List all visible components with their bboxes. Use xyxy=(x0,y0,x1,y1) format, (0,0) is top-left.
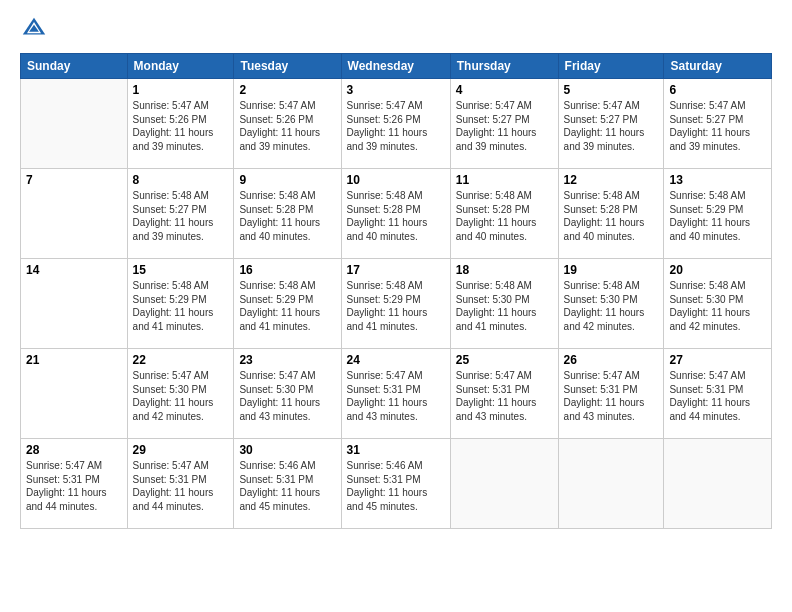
table-cell: 11Sunrise: 5:48 AMSunset: 5:28 PMDayligh… xyxy=(450,169,558,259)
day-number: 13 xyxy=(669,173,766,187)
table-cell: 4Sunrise: 5:47 AMSunset: 5:27 PMDaylight… xyxy=(450,79,558,169)
table-row: 1415Sunrise: 5:48 AMSunset: 5:29 PMDayli… xyxy=(21,259,772,349)
col-friday: Friday xyxy=(558,54,664,79)
table-cell: 27Sunrise: 5:47 AMSunset: 5:31 PMDayligh… xyxy=(664,349,772,439)
table-cell: 1Sunrise: 5:47 AMSunset: 5:26 PMDaylight… xyxy=(127,79,234,169)
col-sunday: Sunday xyxy=(21,54,128,79)
cell-info: Sunrise: 5:47 AMSunset: 5:31 PMDaylight:… xyxy=(347,369,445,423)
table-cell: 6Sunrise: 5:47 AMSunset: 5:27 PMDaylight… xyxy=(664,79,772,169)
table-cell: 29Sunrise: 5:47 AMSunset: 5:31 PMDayligh… xyxy=(127,439,234,529)
table-cell xyxy=(664,439,772,529)
day-number: 17 xyxy=(347,263,445,277)
cell-info: Sunrise: 5:48 AMSunset: 5:29 PMDaylight:… xyxy=(239,279,335,333)
day-number: 3 xyxy=(347,83,445,97)
table-cell: 2Sunrise: 5:47 AMSunset: 5:26 PMDaylight… xyxy=(234,79,341,169)
cell-info: Sunrise: 5:47 AMSunset: 5:31 PMDaylight:… xyxy=(564,369,659,423)
table-cell: 10Sunrise: 5:48 AMSunset: 5:28 PMDayligh… xyxy=(341,169,450,259)
cell-info: Sunrise: 5:46 AMSunset: 5:31 PMDaylight:… xyxy=(347,459,445,513)
cell-info: Sunrise: 5:47 AMSunset: 5:27 PMDaylight:… xyxy=(669,99,766,153)
table-cell: 3Sunrise: 5:47 AMSunset: 5:26 PMDaylight… xyxy=(341,79,450,169)
day-number: 24 xyxy=(347,353,445,367)
cell-info: Sunrise: 5:48 AMSunset: 5:29 PMDaylight:… xyxy=(347,279,445,333)
day-number: 19 xyxy=(564,263,659,277)
cell-info: Sunrise: 5:47 AMSunset: 5:31 PMDaylight:… xyxy=(26,459,122,513)
day-number: 27 xyxy=(669,353,766,367)
cell-info: Sunrise: 5:47 AMSunset: 5:31 PMDaylight:… xyxy=(669,369,766,423)
cell-info: Sunrise: 5:47 AMSunset: 5:26 PMDaylight:… xyxy=(239,99,335,153)
table-cell: 20Sunrise: 5:48 AMSunset: 5:30 PMDayligh… xyxy=(664,259,772,349)
day-number: 2 xyxy=(239,83,335,97)
col-saturday: Saturday xyxy=(664,54,772,79)
table-cell: 17Sunrise: 5:48 AMSunset: 5:29 PMDayligh… xyxy=(341,259,450,349)
cell-info: Sunrise: 5:48 AMSunset: 5:29 PMDaylight:… xyxy=(133,279,229,333)
cell-info: Sunrise: 5:47 AMSunset: 5:27 PMDaylight:… xyxy=(456,99,553,153)
col-wednesday: Wednesday xyxy=(341,54,450,79)
day-number: 14 xyxy=(26,263,122,277)
page: Sunday Monday Tuesday Wednesday Thursday… xyxy=(0,0,792,612)
table-row: 28Sunrise: 5:47 AMSunset: 5:31 PMDayligh… xyxy=(21,439,772,529)
day-number: 21 xyxy=(26,353,122,367)
col-monday: Monday xyxy=(127,54,234,79)
table-row: 2122Sunrise: 5:47 AMSunset: 5:30 PMDayli… xyxy=(21,349,772,439)
table-cell: 25Sunrise: 5:47 AMSunset: 5:31 PMDayligh… xyxy=(450,349,558,439)
cell-info: Sunrise: 5:48 AMSunset: 5:30 PMDaylight:… xyxy=(564,279,659,333)
day-number: 6 xyxy=(669,83,766,97)
day-number: 7 xyxy=(26,173,122,187)
day-number: 5 xyxy=(564,83,659,97)
col-tuesday: Tuesday xyxy=(234,54,341,79)
col-thursday: Thursday xyxy=(450,54,558,79)
day-number: 23 xyxy=(239,353,335,367)
day-number: 18 xyxy=(456,263,553,277)
table-cell: 8Sunrise: 5:48 AMSunset: 5:27 PMDaylight… xyxy=(127,169,234,259)
table-cell: 7 xyxy=(21,169,128,259)
table-cell xyxy=(21,79,128,169)
cell-info: Sunrise: 5:48 AMSunset: 5:30 PMDaylight:… xyxy=(456,279,553,333)
cell-info: Sunrise: 5:47 AMSunset: 5:30 PMDaylight:… xyxy=(239,369,335,423)
cell-info: Sunrise: 5:47 AMSunset: 5:26 PMDaylight:… xyxy=(133,99,229,153)
cell-info: Sunrise: 5:47 AMSunset: 5:31 PMDaylight:… xyxy=(133,459,229,513)
cell-info: Sunrise: 5:46 AMSunset: 5:31 PMDaylight:… xyxy=(239,459,335,513)
calendar-table: Sunday Monday Tuesday Wednesday Thursday… xyxy=(20,53,772,529)
day-number: 26 xyxy=(564,353,659,367)
cell-info: Sunrise: 5:48 AMSunset: 5:28 PMDaylight:… xyxy=(564,189,659,243)
table-cell: 31Sunrise: 5:46 AMSunset: 5:31 PMDayligh… xyxy=(341,439,450,529)
table-cell: 9Sunrise: 5:48 AMSunset: 5:28 PMDaylight… xyxy=(234,169,341,259)
day-number: 22 xyxy=(133,353,229,367)
table-row: 1Sunrise: 5:47 AMSunset: 5:26 PMDaylight… xyxy=(21,79,772,169)
day-number: 29 xyxy=(133,443,229,457)
cell-info: Sunrise: 5:48 AMSunset: 5:27 PMDaylight:… xyxy=(133,189,229,243)
cell-info: Sunrise: 5:48 AMSunset: 5:30 PMDaylight:… xyxy=(669,279,766,333)
table-cell: 24Sunrise: 5:47 AMSunset: 5:31 PMDayligh… xyxy=(341,349,450,439)
table-cell: 12Sunrise: 5:48 AMSunset: 5:28 PMDayligh… xyxy=(558,169,664,259)
cell-info: Sunrise: 5:48 AMSunset: 5:29 PMDaylight:… xyxy=(669,189,766,243)
cell-info: Sunrise: 5:47 AMSunset: 5:30 PMDaylight:… xyxy=(133,369,229,423)
logo-icon xyxy=(20,15,48,43)
header xyxy=(20,15,772,43)
day-number: 8 xyxy=(133,173,229,187)
cell-info: Sunrise: 5:48 AMSunset: 5:28 PMDaylight:… xyxy=(456,189,553,243)
table-row: 78Sunrise: 5:48 AMSunset: 5:27 PMDayligh… xyxy=(21,169,772,259)
cell-info: Sunrise: 5:48 AMSunset: 5:28 PMDaylight:… xyxy=(347,189,445,243)
cell-info: Sunrise: 5:47 AMSunset: 5:27 PMDaylight:… xyxy=(564,99,659,153)
cell-info: Sunrise: 5:48 AMSunset: 5:28 PMDaylight:… xyxy=(239,189,335,243)
day-number: 4 xyxy=(456,83,553,97)
table-cell: 5Sunrise: 5:47 AMSunset: 5:27 PMDaylight… xyxy=(558,79,664,169)
day-number: 1 xyxy=(133,83,229,97)
table-cell: 15Sunrise: 5:48 AMSunset: 5:29 PMDayligh… xyxy=(127,259,234,349)
table-cell: 21 xyxy=(21,349,128,439)
table-cell: 18Sunrise: 5:48 AMSunset: 5:30 PMDayligh… xyxy=(450,259,558,349)
day-number: 20 xyxy=(669,263,766,277)
day-number: 12 xyxy=(564,173,659,187)
table-cell: 16Sunrise: 5:48 AMSunset: 5:29 PMDayligh… xyxy=(234,259,341,349)
table-cell: 23Sunrise: 5:47 AMSunset: 5:30 PMDayligh… xyxy=(234,349,341,439)
logo xyxy=(20,15,52,43)
cell-info: Sunrise: 5:47 AMSunset: 5:31 PMDaylight:… xyxy=(456,369,553,423)
day-number: 30 xyxy=(239,443,335,457)
table-cell: 22Sunrise: 5:47 AMSunset: 5:30 PMDayligh… xyxy=(127,349,234,439)
table-cell xyxy=(450,439,558,529)
table-cell: 19Sunrise: 5:48 AMSunset: 5:30 PMDayligh… xyxy=(558,259,664,349)
day-number: 15 xyxy=(133,263,229,277)
day-number: 25 xyxy=(456,353,553,367)
table-cell: 30Sunrise: 5:46 AMSunset: 5:31 PMDayligh… xyxy=(234,439,341,529)
table-cell: 28Sunrise: 5:47 AMSunset: 5:31 PMDayligh… xyxy=(21,439,128,529)
